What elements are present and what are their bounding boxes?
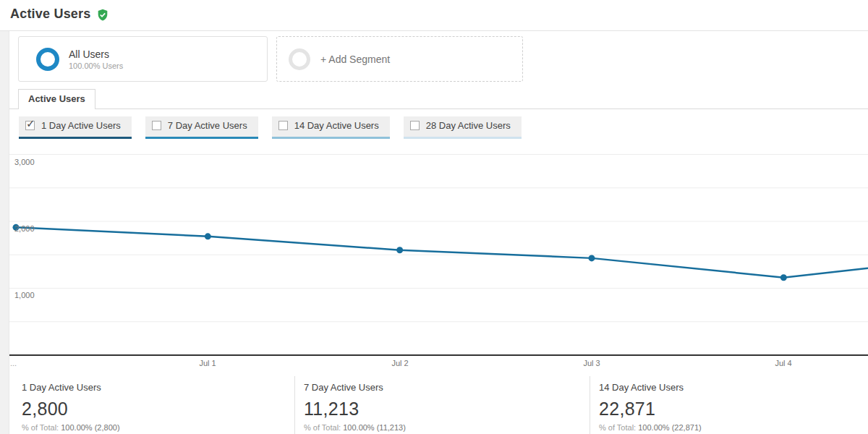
summary-subtext: % of Total: 100.00% (11,213) [304, 423, 406, 432]
metric-toggle-row: ✓ 1 Day Active Users 7 Day Active Users … [19, 116, 535, 139]
divider [294, 376, 295, 434]
summary-subtext: % of Total: 100.00% (22,871) [599, 423, 702, 432]
add-segment-label: + Add Segment [320, 54, 390, 65]
summary-label: 14 Day Active Users [599, 382, 702, 393]
chart-data-point[interactable] [588, 255, 595, 261]
summary-label: 7 Day Active Users [304, 382, 406, 393]
page-title: Active Users [10, 7, 90, 22]
y-axis-tick: 3,000 [14, 158, 35, 166]
add-segment-circle-icon [289, 48, 310, 70]
summary-card-7-day: 7 Day Active Users 11,213 % of Total: 10… [304, 382, 406, 432]
toggle-label: 7 Day Active Users [168, 120, 247, 131]
toggle-label: 28 Day Active Users [426, 120, 511, 131]
toggle-7-day-active-users[interactable]: 7 Day Active Users [145, 116, 258, 139]
panel-top-border [0, 30, 868, 31]
summary-value: 11,213 [304, 399, 406, 420]
toggle-label: 14 Day Active Users [294, 120, 379, 131]
checkbox-icon [152, 121, 161, 130]
checkbox-icon [278, 121, 288, 130]
summary-card-14-day: 14 Day Active Users 22,871 % of Total: 1… [599, 382, 702, 432]
tab-active-users[interactable]: Active Users [18, 89, 95, 109]
toggle-28-day-active-users[interactable]: 28 Day Active Users [404, 116, 522, 139]
divider [590, 376, 590, 434]
checkbox-icon [410, 121, 420, 130]
summary-subtext: % of Total: 100.00% (2,800) [22, 423, 120, 432]
summary-card-1-day: 1 Day Active Users 2,800 % of Total: 100… [22, 382, 120, 432]
summary-label: 1 Day Active Users [22, 382, 120, 393]
y-axis-tick: 2,000 [14, 224, 35, 233]
x-axis-tick: Jul 4 [775, 359, 791, 367]
summary-value: 2,800 [22, 399, 120, 420]
segment-subtitle: 100.00% Users [69, 61, 123, 70]
summary-value: 22,871 [599, 399, 702, 420]
chart-data-point[interactable] [780, 274, 787, 281]
chart-data-point[interactable] [205, 233, 211, 239]
summary-row: 1 Day Active Users 2,800 % of Total: 100… [0, 376, 868, 434]
y-axis-tick: 1,000 [14, 291, 35, 299]
toggle-1-day-active-users[interactable]: ✓ 1 Day Active Users [19, 116, 132, 139]
chart-data-point[interactable] [396, 247, 403, 253]
segment-card-all-users[interactable]: All Users 100.00% Users [18, 36, 268, 82]
x-axis-tick: Jul 2 [391, 359, 408, 367]
add-segment-button[interactable]: + Add Segment [276, 36, 523, 82]
x-axis-tick: Jul 1 [199, 359, 216, 367]
checkbox-icon: ✓ [25, 121, 35, 130]
checkmark-icon: ✓ [26, 117, 35, 130]
segment-title: All Users [69, 48, 123, 60]
series-line-1-day-active-users [16, 227, 868, 277]
verified-shield-icon [96, 8, 109, 22]
segment-circle-icon [36, 48, 59, 71]
x-axis-tick: Jul 3 [583, 359, 600, 367]
toggle-label: 1 Day Active Users [41, 120, 121, 131]
toggle-14-day-active-users[interactable]: 14 Day Active Users [272, 116, 390, 139]
active-users-line-chart [0, 152, 868, 369]
x-axis-tick: ... [10, 359, 17, 367]
page-header: Active Users [10, 7, 109, 22]
tabbar-line [9, 109, 868, 109]
